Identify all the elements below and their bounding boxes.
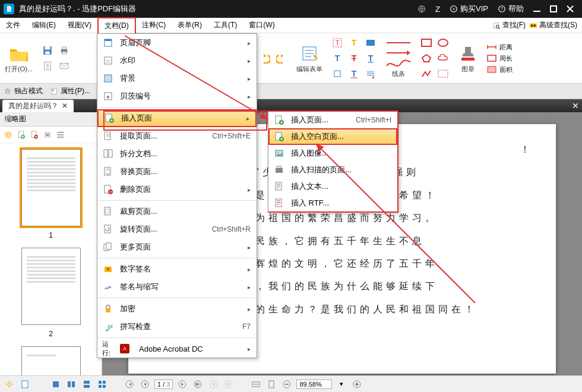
shape-rect[interactable] <box>420 36 433 49</box>
menu-spellcheck[interactable]: ABC拼写检查F7 <box>97 318 257 336</box>
nav-fwd-button[interactable] <box>223 378 235 390</box>
menu-window[interactable]: 窗口(W) <box>243 18 280 33</box>
tab-close-icon[interactable]: ✕ <box>62 102 68 110</box>
submenu-insert-text[interactable]: 插入文本... <box>268 178 397 195</box>
shape-polyline[interactable] <box>420 67 433 80</box>
minimize-button[interactable] <box>529 1 545 17</box>
zoom-field[interactable]: 89.58% <box>296 380 332 389</box>
menu-comment[interactable]: 注释(C) <box>136 18 172 33</box>
new-doc-button[interactable] <box>41 59 54 72</box>
tool-sel[interactable] <box>364 36 377 49</box>
tool-t4[interactable]: T <box>347 52 360 65</box>
vip-button[interactable]: ¥ 购买VIP <box>450 4 488 14</box>
menu-view[interactable]: 视图(V) <box>62 18 97 33</box>
menu-rotate-page[interactable]: 旋转页面...Ctrl+Shift+R <box>97 220 257 238</box>
menu-run-adobe[interactable]: 运行:AAdobe Acrobat DC▸ <box>97 340 257 358</box>
page-thumb-3[interactable] <box>21 346 81 375</box>
submenu-insert-page[interactable]: 插入页面...Ctrl+Shift+I <box>268 112 397 128</box>
advanced-search-button[interactable]: 高级查找(S) <box>529 20 577 30</box>
mail-button[interactable] <box>58 59 71 72</box>
tool-t2[interactable]: T <box>347 36 360 49</box>
redo-button[interactable] <box>275 52 288 65</box>
page-thumb-2[interactable] <box>21 248 81 325</box>
next-page-button[interactable] <box>176 378 188 390</box>
shape-poly[interactable] <box>420 52 433 65</box>
first-page-button[interactable] <box>124 378 135 390</box>
undo-button[interactable] <box>258 52 271 65</box>
last-page-button[interactable] <box>192 378 204 390</box>
view-mode-1[interactable] <box>50 378 62 390</box>
view-mode-2[interactable] <box>65 378 77 390</box>
status-gear-icon[interactable] <box>4 378 15 390</box>
menu-extract-page[interactable]: 提取页面...Ctrl+Shift+E <box>97 127 257 145</box>
area-label[interactable]: 面积 <box>499 65 513 74</box>
globe-icon[interactable] <box>417 5 426 13</box>
menu-background[interactable]: 背景▸ <box>97 69 257 87</box>
close-button[interactable] <box>562 1 578 17</box>
page-thumb-1[interactable] <box>21 149 81 226</box>
menu-form[interactable]: 表单(R) <box>172 18 208 33</box>
edit-form-button[interactable]: 编辑表单 <box>296 36 322 81</box>
submenu-insert-image[interactable]: 插入图像... <box>268 145 397 162</box>
print-button[interactable] <box>58 44 71 57</box>
menu-digital-sign[interactable]: 数字签名▸ <box>97 260 257 278</box>
stamp-button[interactable]: 图章 <box>458 36 478 81</box>
menu-file[interactable]: 文件 <box>0 18 26 33</box>
nav-back-button[interactable] <box>207 378 219 390</box>
options-icon[interactable] <box>56 130 65 140</box>
doc-tab[interactable]: 真的是好运吗？ ✕ <box>2 100 74 112</box>
zoom-dropdown[interactable]: ▾ <box>336 378 347 390</box>
tool-t5[interactable]: T <box>364 52 377 65</box>
menu-header-footer[interactable]: 页眉页脚▸ <box>97 34 257 52</box>
fit-page-button[interactable] <box>265 378 277 390</box>
menu-tool[interactable]: 工具(T) <box>208 18 243 33</box>
tool-t1[interactable]: T <box>331 36 344 49</box>
open-button[interactable]: 打开(O)... <box>5 36 33 81</box>
menu-edit[interactable]: 编辑(E) <box>26 18 62 33</box>
new-page-icon[interactable] <box>17 130 26 140</box>
menu-signature[interactable]: 签名与缩写▸ <box>97 278 257 296</box>
page-indicator[interactable]: 1 / 3 <box>154 380 173 389</box>
submenu-insert-blank[interactable]: 插入空白页面... <box>268 128 397 145</box>
menu-insert-page[interactable]: 插入页面▸ <box>97 109 257 127</box>
search-button[interactable]: 查找(F) <box>492 20 526 30</box>
solo-mode-button[interactable]: 独占模式 <box>4 86 43 96</box>
tool-i1[interactable] <box>331 67 344 80</box>
zoom-out-button[interactable] <box>281 378 293 390</box>
submenu-insert-rtf[interactable]: 插入 RTF... <box>268 195 397 211</box>
menu-document[interactable]: 文档(D) <box>97 17 136 33</box>
menu-encrypt[interactable]: 加密▸ <box>97 300 257 318</box>
menu-crop-page[interactable]: 裁剪页面... <box>97 203 257 220</box>
gear-icon[interactable] <box>4 130 13 140</box>
view-mode-4[interactable] <box>96 378 108 390</box>
delete-page-icon[interactable] <box>30 130 39 140</box>
tool-i2[interactable]: T <box>347 67 360 80</box>
zoom-in-button[interactable] <box>351 378 363 390</box>
save-button[interactable] <box>41 44 54 57</box>
tabbar-close-icon[interactable]: ✕ <box>569 101 582 110</box>
properties-button[interactable]: 属性(P)... <box>50 86 90 96</box>
fit-width-button[interactable] <box>250 378 262 390</box>
submenu-insert-scan[interactable]: 插入扫描的页面... <box>268 162 397 178</box>
shape-oval[interactable] <box>436 36 450 49</box>
maximize-button[interactable] <box>545 1 562 17</box>
prev-page-button[interactable] <box>139 378 151 390</box>
shape-misc[interactable] <box>436 67 450 80</box>
tool-t3[interactable]: T <box>331 52 344 65</box>
line-tool-group[interactable]: 线条 <box>385 36 412 81</box>
status-doc-icon[interactable] <box>19 378 31 390</box>
menu-delete-page[interactable]: 删除页面▸ <box>97 181 257 198</box>
dist-label[interactable]: 距离 <box>499 43 513 52</box>
help-button[interactable]: ? 帮助 <box>498 4 524 14</box>
menu-bates[interactable]: #贝茨编号▸ <box>97 87 257 105</box>
menu-split-doc[interactable]: 拆分文档... <box>97 145 257 163</box>
menu-replace-page[interactable]: 替换页面... <box>97 163 257 181</box>
rotate-icon[interactable]: 90 <box>43 130 52 140</box>
view-mode-3[interactable] <box>81 378 93 390</box>
menu-more-page[interactable]: 更多页面▸ <box>97 238 257 256</box>
shape-cloud[interactable] <box>436 52 450 65</box>
menu-watermark[interactable]: W水印▸ <box>97 52 257 69</box>
perim-label[interactable]: 周长 <box>499 54 513 63</box>
user-label[interactable]: Z <box>435 5 440 14</box>
tool-i3[interactable] <box>364 67 377 80</box>
